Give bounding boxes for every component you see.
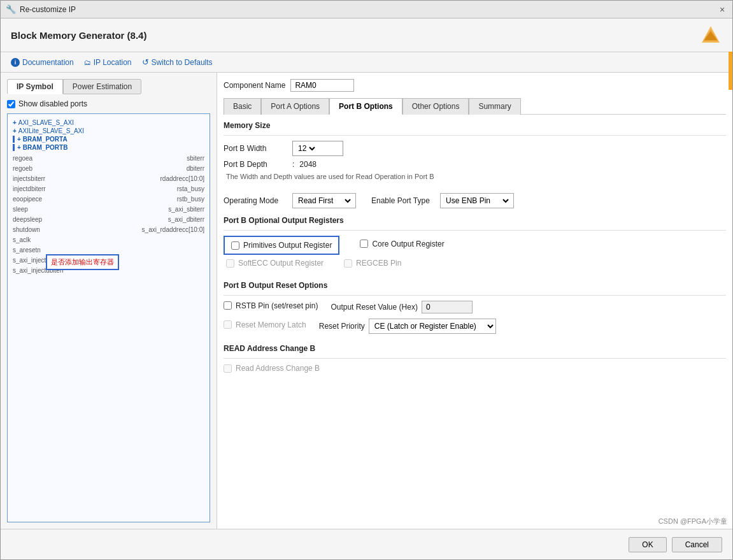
- read-address-change-section: READ Address Change B Read Address Chang…: [224, 344, 726, 376]
- regceb-pin-checkbox[interactable]: [344, 259, 352, 268]
- tab-port-b-options[interactable]: Port B Options: [329, 98, 402, 115]
- enable-port-type-dropdown[interactable]: Use ENB Pin Always Enabled: [443, 196, 511, 206]
- show-ports-label: Show disabled ports: [18, 99, 87, 108]
- port-b-depth-label: Port B Depth: [224, 160, 287, 169]
- app-title: Block Memory Generator (8.4): [11, 30, 146, 41]
- port-b-width-label: Port B Width: [224, 144, 287, 153]
- read-address-change-b-checkbox[interactable]: [224, 364, 232, 373]
- reset-priority-label: Reset Priority: [319, 322, 365, 331]
- main-tabs: Basic Port A Options Port B Options Othe…: [224, 98, 726, 115]
- window-title: Re-customize IP: [20, 5, 76, 14]
- switch-defaults-link[interactable]: ↺ Switch to Defaults: [142, 57, 213, 67]
- port-b-width-row: Port B Width 12 12489 161832366472: [224, 141, 726, 156]
- location-icon: 🗂: [84, 59, 91, 66]
- main-window: 🔧 Re-customize IP × Block Memory Generat…: [0, 0, 733, 560]
- reset-memory-latch-checkbox[interactable]: [224, 320, 232, 329]
- operating-mode-select[interactable]: Read First Write First No Change: [292, 193, 356, 208]
- accent-bar: [729, 52, 732, 90]
- refresh-icon: ↺: [142, 57, 149, 67]
- tab-summary[interactable]: Summary: [469, 98, 520, 115]
- soft-ecc-checkbox[interactable]: [226, 259, 234, 268]
- component-name-row: Component Name: [224, 79, 726, 92]
- enable-port-type-select[interactable]: Use ENB Pin Always Enabled: [440, 193, 514, 208]
- symbol-bram-porta: + BRAM_PORTA: [13, 136, 204, 143]
- tab-basic[interactable]: Basic: [224, 98, 261, 115]
- component-name-input[interactable]: [290, 79, 354, 92]
- ports-right: sbiterr dbiterr rdaddrecc[10:0] rsta_bus…: [142, 154, 204, 276]
- tab-other-options[interactable]: Other Options: [402, 98, 469, 115]
- output-reset-value-input[interactable]: [422, 301, 473, 313]
- ip-location-link[interactable]: 🗂 IP Location: [84, 58, 132, 67]
- reset-memory-latch-row: Reset Memory Latch Reset Priority CE (La…: [224, 319, 726, 334]
- operating-mode-row: Operating Mode Read First Write First No…: [224, 193, 726, 208]
- read-address-change-b-row: Read Address Change B: [224, 364, 726, 373]
- symbol-bram-portb: + BRAM_PORTB: [13, 144, 204, 151]
- read-address-change-title: READ Address Change B: [224, 344, 726, 353]
- width-depth-note: The Width and Depth values are used for …: [224, 173, 726, 180]
- rstb-pin-checkbox[interactable]: [224, 301, 232, 310]
- reset-memory-latch-label: Reset Memory Latch: [236, 320, 306, 329]
- output-reset-options-title: Port B Output Reset Options: [224, 281, 726, 290]
- core-output-register-row: Core Output Register: [360, 240, 444, 248]
- watermark: CSDN @FPGA小学童: [658, 517, 727, 526]
- symbol-axilite-slave: + AXILite_SLAVE_S_AXI: [13, 127, 204, 134]
- show-ports-checkbox[interactable]: [7, 100, 15, 108]
- cancel-button[interactable]: Cancel: [672, 537, 722, 552]
- core-output-register-checkbox[interactable]: [360, 240, 368, 248]
- core-output-register-label: Core Output Register: [372, 240, 444, 248]
- toolbar: i Documentation 🗂 IP Location ↺ Switch t…: [1, 52, 732, 73]
- window-icon: 🔧: [6, 4, 16, 14]
- operating-mode-dropdown[interactable]: Read First Write First No Change: [295, 196, 353, 206]
- port-b-width-select[interactable]: 12 12489 161832366472: [292, 141, 343, 156]
- main-content: IP Symbol Power Estimation Show disabled…: [1, 73, 732, 529]
- title-bar-left: 🔧 Re-customize IP: [6, 4, 76, 14]
- component-name-label: Component Name: [224, 81, 285, 90]
- primitives-output-register-checkbox[interactable]: [231, 241, 239, 250]
- memory-size-section: Memory Size Port B Width 12 12489 161832…: [224, 121, 726, 183]
- reset-priority-row: Reset Priority CE (Latch or Register Ena…: [319, 319, 496, 334]
- rstb-row: RSTB Pin (set/reset pin) Output Reset Va…: [224, 301, 726, 313]
- plus-icon-3: +: [17, 136, 21, 143]
- regceb-pin-row: REGCEB Pin: [344, 259, 401, 268]
- symbol-axi-slave: + AXI_SLAVE_S_AXI: [13, 119, 204, 126]
- close-button[interactable]: ×: [717, 4, 727, 15]
- enable-port-type-label: Enable Port Type: [371, 196, 435, 205]
- plus-icon-4: +: [17, 144, 21, 151]
- right-panel: Component Name Basic Port A Options Port…: [217, 73, 732, 529]
- soft-ecc-row: SoftECC Output Register: [226, 259, 324, 268]
- documentation-link[interactable]: i Documentation: [11, 58, 74, 67]
- tab-ip-symbol[interactable]: IP Symbol: [7, 79, 63, 94]
- port-b-depth-colon: :: [292, 160, 294, 169]
- output-reset-value-label: Output Reset Value (Hex): [331, 303, 418, 312]
- output-reset-value-row: Output Reset Value (Hex): [331, 301, 473, 313]
- title-bar: 🔧 Re-customize IP ×: [1, 1, 732, 18]
- rstb-pin-row: RSTB Pin (set/reset pin): [224, 301, 318, 310]
- regceb-pin-label: REGCEB Pin: [356, 259, 401, 268]
- annotation-box: 是否添加输出寄存器: [46, 254, 119, 270]
- soft-ecc-label: SoftECC Output Register: [238, 259, 324, 268]
- tab-power-estimation[interactable]: Power Estimation: [63, 79, 141, 94]
- bottom-bar: OK Cancel: [1, 529, 732, 559]
- symbol-box: + AXI_SLAVE_S_AXI + AXILite_SLAVE_S_AXI …: [7, 113, 210, 522]
- optional-output-registers-title: Port B Optional Output Registers: [224, 216, 726, 225]
- show-ports-row: Show disabled ports: [7, 99, 210, 108]
- rstb-pin-label: RSTB Pin (set/reset pin): [236, 301, 318, 310]
- primitives-output-register-box: Primitives Output Register: [224, 236, 339, 255]
- optional-output-registers-section: Port B Optional Output Registers Primiti…: [224, 216, 726, 271]
- output-registers-grid: Primitives Output Register Core Output R…: [224, 236, 726, 255]
- port-b-depth-row: Port B Depth : 2048: [224, 160, 726, 169]
- plus-icon-1: +: [13, 119, 17, 126]
- operating-mode-label: Operating Mode: [224, 196, 287, 205]
- left-tabs: IP Symbol Power Estimation: [7, 79, 210, 94]
- left-panel: IP Symbol Power Estimation Show disabled…: [1, 73, 217, 529]
- reset-priority-select[interactable]: CE (Latch or Register Enable) SR (Set/Re…: [369, 319, 496, 334]
- header-logo: [699, 24, 722, 47]
- output-registers-grid-2: SoftECC Output Register REGCEB Pin: [224, 259, 726, 271]
- plus-icon-2: +: [13, 127, 17, 134]
- memory-size-title: Memory Size: [224, 121, 726, 130]
- port-b-width-dropdown[interactable]: 12 12489 161832366472: [295, 143, 317, 154]
- output-reset-options-section: Port B Output Reset Options RSTB Pin (se…: [224, 281, 726, 334]
- info-icon: i: [11, 58, 20, 67]
- tab-port-a-options[interactable]: Port A Options: [261, 98, 329, 115]
- ok-button[interactable]: OK: [629, 537, 666, 552]
